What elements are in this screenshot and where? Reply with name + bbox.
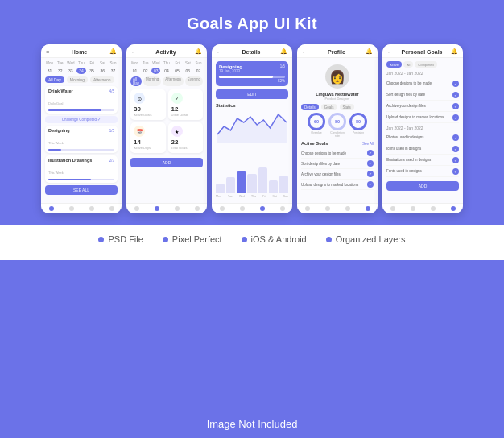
line-chart bbox=[216, 110, 288, 143]
phone-profile-title: Profile bbox=[328, 49, 345, 55]
phone-details-nav bbox=[212, 203, 292, 213]
top-section: Goals App UI Kit ≡ Home 🔔 Mon Tue Wed Th… bbox=[0, 0, 504, 225]
phone-activity-nav bbox=[126, 203, 207, 213]
footer-banner: Image Not Included bbox=[0, 410, 504, 438]
phone-home: ≡ Home 🔔 Mon Tue Wed Thu Fri Sat Sun 31 … bbox=[41, 44, 122, 213]
stats-label: Statistics bbox=[216, 103, 288, 108]
bar-chart bbox=[216, 161, 288, 193]
feature-dot-layers bbox=[326, 237, 332, 242]
activity-card-days: 📅 14 Active Days bbox=[130, 122, 166, 153]
activity-card-active: ⊙ 30 Active Goals bbox=[130, 89, 166, 120]
pg-item-2: Sort design files by date ✓ bbox=[386, 89, 459, 101]
goal-designing: Designing 1/5 This Week bbox=[45, 126, 118, 153]
phone-profile: ← Profile 🔔 👩 Linguwa Nettlewater Produc… bbox=[297, 44, 378, 213]
feature-psd: PSD File bbox=[98, 234, 143, 244]
phone-profile-header: ← Profile 🔔 bbox=[297, 44, 378, 58]
pg-item-3: Archive your design files ✓ bbox=[386, 101, 459, 112]
phone-personal-body: Active All Completed Jan 2022 - Jan 2022… bbox=[382, 58, 463, 203]
phone-personal-goals: ← Personal Goals 🔔 Active All Completed … bbox=[382, 44, 463, 213]
bottom-section: PSD File Pixel Perfect iOS & Android Org… bbox=[0, 225, 504, 260]
phone-details-title: Details bbox=[242, 49, 261, 55]
phone-profile-body: 👩 Linguwa Nettlewater Product Designer D… bbox=[297, 58, 378, 203]
profile-role: Product Designer bbox=[301, 97, 374, 101]
activity-card-done: ✓ 12 Done Goals bbox=[168, 89, 204, 120]
activity-cal-dates: 01 02 03 04 05 06 07 bbox=[130, 68, 203, 74]
activity-add-button[interactable]: ADD bbox=[130, 158, 203, 167]
phone-personal-nav bbox=[382, 203, 463, 213]
phone-home-body: Mon Tue Wed Thu Fri Sat Sun 31 32 33 34 … bbox=[41, 58, 122, 203]
pg-item-8: Fonts used in designs ✓ bbox=[386, 166, 459, 177]
date-range-2: Jan 2022 - Jan 2022 bbox=[386, 126, 459, 130]
feature-label-pixel: Pixel Perfect bbox=[172, 234, 222, 244]
pg-item-6: Icons used in designs ✓ bbox=[386, 143, 459, 155]
feature-dot-pixel bbox=[163, 237, 168, 242]
phones-row: ≡ Home 🔔 Mon Tue Wed Thu Fri Sat Sun 31 … bbox=[41, 44, 463, 213]
home-filter-tabs: All Day Morning Afternoon bbox=[45, 76, 118, 83]
activity-icon-done: ✓ bbox=[171, 93, 183, 104]
phone-activity-title: Activity bbox=[155, 49, 176, 55]
activity-grid: ⊙ 30 Active Goals ✓ 12 Done Goals bbox=[130, 89, 203, 153]
feature-dot-ios bbox=[242, 237, 247, 242]
footer-text: Image Not Included bbox=[207, 418, 298, 430]
phone-details-body: Designing 1/5 19 Jan, 2023 82% EDIT Stat… bbox=[212, 58, 292, 203]
phone-profile-nav bbox=[297, 203, 378, 213]
edit-button[interactable]: EDIT bbox=[216, 89, 288, 99]
feature-label-psd: PSD File bbox=[108, 234, 143, 244]
calendar-days: Mon Tue Wed Thu Fri Sat Sun bbox=[45, 61, 118, 65]
circle-stats: 60 Overdue 80 Completionrate 80 Precisio… bbox=[301, 113, 374, 138]
goal-drink-water: Drink Water 4/5 Daily Goal bbox=[45, 86, 118, 114]
pg-item-1: Choose designs to be made ✓ bbox=[386, 78, 459, 89]
phone-activity-body: Mon Tue Wed Thu Fri Sat Sun 01 02 03 04 … bbox=[126, 58, 207, 203]
phone-home-title: Home bbox=[72, 49, 87, 55]
phone-home-nav bbox=[41, 203, 122, 213]
profile-avatar: 👩 bbox=[325, 64, 349, 89]
page-title: Goals App UI Kit bbox=[187, 14, 317, 33]
profile-goal-4: Upload designs to marked locations ✓ bbox=[301, 180, 374, 190]
feature-label-ios: iOS & Android bbox=[251, 234, 307, 244]
see-all-button[interactable]: SEE ALL bbox=[45, 185, 118, 195]
phone-personal-header: ← Personal Goals 🔔 bbox=[382, 44, 463, 58]
profile-tabs: Details Goals Stats bbox=[301, 104, 374, 110]
activity-time-filter: All Day Morning Afternoon Evening bbox=[130, 76, 203, 86]
personal-tabs: Active All Completed bbox=[386, 61, 459, 68]
personal-add-button[interactable]: ADD bbox=[386, 181, 459, 191]
phone-details: ← Details 🔔 Designing 1/5 19 Jan, 2023 8… bbox=[212, 44, 292, 213]
phone-personal-title: Personal Goals bbox=[402, 49, 443, 55]
phone-activity-header: ← Activity 🔔 bbox=[126, 44, 207, 58]
activity-icon-active: ⊙ bbox=[134, 93, 145, 104]
feature-ios: iOS & Android bbox=[242, 234, 307, 244]
activity-icon-days: 📅 bbox=[134, 126, 145, 137]
detail-card: Designing 1/5 19 Jan, 2023 82% bbox=[216, 61, 288, 86]
active-goals-label: Active Goals bbox=[301, 141, 328, 146]
feature-label-layers: Organized Layers bbox=[336, 234, 406, 244]
activity-icon-total: ★ bbox=[171, 126, 183, 137]
challenge-badge: Challenge Completed ✓ bbox=[45, 116, 118, 123]
chart-area bbox=[216, 110, 288, 159]
activity-cal-days: Mon Tue Wed Thu Fri Sat Sun bbox=[130, 61, 203, 65]
calendar-dates: 31 32 33 34 35 36 37 bbox=[45, 68, 118, 74]
profile-goal-2: Sort design files by date ✓ bbox=[301, 159, 374, 169]
pg-item-7: Illustrations used in designs ✓ bbox=[386, 155, 459, 166]
profile-goal-1: Choose designs to be made ✓ bbox=[301, 148, 374, 159]
pg-item-4: Upload designs to marked locations ✓ bbox=[386, 112, 459, 123]
phone-home-header: ≡ Home 🔔 bbox=[41, 44, 122, 58]
phone-activity: ← Activity 🔔 Mon Tue Wed Thu Fri Sat Sun… bbox=[126, 44, 207, 213]
date-range: Jan 2022 - Jan 2022 bbox=[386, 71, 459, 76]
pg-item-5: Photos used in designs ✓ bbox=[386, 132, 459, 143]
phone-details-header: ← Details 🔔 bbox=[212, 44, 292, 58]
feature-dot-psd bbox=[98, 237, 104, 242]
goal-illustration: Illustration Drawings 2/3 This Week bbox=[45, 155, 118, 183]
feature-pixel: Pixel Perfect bbox=[163, 234, 222, 244]
feature-layers: Organized Layers bbox=[326, 234, 406, 244]
features-row: PSD File Pixel Perfect iOS & Android Org… bbox=[98, 234, 405, 244]
activity-card-total: ★ 22 Total Goals bbox=[168, 122, 204, 153]
profile-goal-3: Archive your design files ✓ bbox=[301, 169, 374, 180]
